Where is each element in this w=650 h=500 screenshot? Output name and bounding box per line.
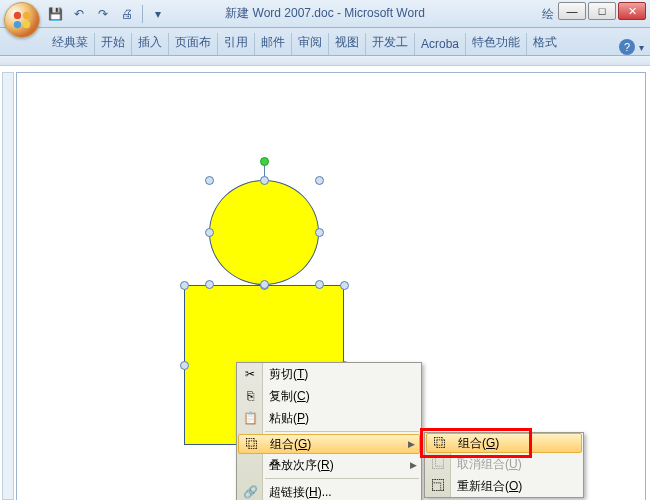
menu-label: 组合(G) <box>270 436 311 453</box>
ribbon-strip <box>0 56 650 66</box>
minimize-button[interactable]: — <box>558 2 586 20</box>
tab-references[interactable]: 引用 <box>218 30 254 55</box>
submenu-item-regroup[interactable]: ⿹ 重新组合(O) <box>425 475 583 497</box>
resize-handle-n[interactable] <box>260 176 269 185</box>
resize-handle-e[interactable] <box>315 228 324 237</box>
menu-label: 粘贴(P) <box>269 410 309 427</box>
submenu-item-group[interactable]: ⿻ 组合(G) <box>426 433 582 453</box>
regroup-icon: ⿹ <box>429 477 447 495</box>
menu-label: 组合(G) <box>458 435 499 452</box>
submenu-item-ungroup[interactable]: ⿺ 取消组合(U) <box>425 453 583 475</box>
svg-point-2 <box>14 21 21 28</box>
menu-item-cut[interactable]: ✂ 剪切(T) <box>237 363 421 385</box>
maximize-button[interactable]: □ <box>588 2 616 20</box>
menu-label: 取消组合(U) <box>457 456 522 473</box>
qat-dropdown-icon[interactable]: ▾ <box>149 5 167 23</box>
save-icon[interactable]: 💾 <box>46 5 64 23</box>
quick-access-toolbar: 💾 ↶ ↷ 🖨 ▾ <box>46 5 167 23</box>
menu-item-paste[interactable]: 📋 粘贴(P) <box>237 407 421 429</box>
contextual-tab-label: 绘 <box>542 6 554 23</box>
svg-point-0 <box>14 12 21 19</box>
chevron-right-icon: ▶ <box>408 439 415 449</box>
redo-icon[interactable]: ↷ <box>94 5 112 23</box>
help-icon[interactable]: ? <box>619 39 635 55</box>
resize-handle-s[interactable] <box>260 280 269 289</box>
svg-point-1 <box>23 12 30 19</box>
resize-handle-ne[interactable] <box>315 176 324 185</box>
resize-handle-w[interactable] <box>205 228 214 237</box>
group-icon: ⿻ <box>243 435 261 453</box>
tab-classic-menu[interactable]: 经典菜 <box>46 30 94 55</box>
left-ruler-margin <box>2 72 14 500</box>
ribbon-tabs: 经典菜 开始 插入 页面布 引用 邮件 审阅 视图 开发工 Acroba 特色功… <box>0 28 650 56</box>
menu-item-group[interactable]: ⿻ 组合(G) ▶ <box>238 434 420 454</box>
tab-developer[interactable]: 开发工 <box>366 30 414 55</box>
rotation-handle[interactable] <box>260 157 269 166</box>
tab-features[interactable]: 特色功能 <box>466 30 526 55</box>
window-controls: — □ ✕ <box>558 2 646 20</box>
group-icon: ⿻ <box>431 434 449 452</box>
menu-label: 剪切(T) <box>269 366 308 383</box>
office-button[interactable] <box>4 2 40 38</box>
scissors-icon: ✂ <box>241 365 259 383</box>
paste-icon: 📋 <box>241 409 259 427</box>
resize-handle-nw[interactable] <box>180 281 189 290</box>
tab-home[interactable]: 开始 <box>95 30 131 55</box>
qat-separator <box>142 5 143 23</box>
tab-format[interactable]: 格式 <box>527 30 563 55</box>
tab-view[interactable]: 视图 <box>329 30 365 55</box>
resize-handle-ne[interactable] <box>340 281 349 290</box>
tab-acrobat[interactable]: Acroba <box>415 33 465 55</box>
menu-item-copy[interactable]: ⎘ 复制(C) <box>237 385 421 407</box>
menu-item-hyperlink[interactable]: 🔗 超链接(H)... <box>237 481 421 500</box>
menu-label: 复制(C) <box>269 388 310 405</box>
link-icon: 🔗 <box>241 483 259 500</box>
chevron-right-icon: ▶ <box>410 460 417 470</box>
svg-point-3 <box>23 21 30 28</box>
tab-insert[interactable]: 插入 <box>132 30 168 55</box>
resize-handle-w[interactable] <box>180 361 189 370</box>
title-bar: 💾 ↶ ↷ 🖨 ▾ 新建 Word 2007.doc - Microsoft W… <box>0 0 650 28</box>
ribbon-minimize-icon[interactable]: ▾ <box>639 42 644 53</box>
order-icon <box>241 456 259 474</box>
menu-label: 重新组合(O) <box>457 478 522 495</box>
resize-handle-nw[interactable] <box>205 176 214 185</box>
close-button[interactable]: ✕ <box>618 2 646 20</box>
tab-review[interactable]: 审阅 <box>292 30 328 55</box>
resize-handle-sw[interactable] <box>205 280 214 289</box>
copy-icon: ⎘ <box>241 387 259 405</box>
menu-separator <box>265 431 419 432</box>
ribbon-help: ? ▾ <box>619 39 644 55</box>
context-menu: ✂ 剪切(T) ⎘ 复制(C) 📋 粘贴(P) ⿻ 组合(G) ▶ 叠放次序(R… <box>236 362 422 500</box>
print-icon[interactable]: 🖨 <box>118 5 136 23</box>
menu-item-order[interactable]: 叠放次序(R) ▶ <box>237 454 421 476</box>
menu-label: 叠放次序(R) <box>269 457 334 474</box>
ungroup-icon: ⿺ <box>429 455 447 473</box>
undo-icon[interactable]: ↶ <box>70 5 88 23</box>
tab-page-layout[interactable]: 页面布 <box>169 30 217 55</box>
submenu-group: ⿻ 组合(G) ⿺ 取消组合(U) ⿹ 重新组合(O) <box>424 432 584 498</box>
menu-separator <box>265 478 419 479</box>
resize-handle-se[interactable] <box>315 280 324 289</box>
tab-mailings[interactable]: 邮件 <box>255 30 291 55</box>
menu-label: 超链接(H)... <box>269 484 332 501</box>
shape-circle[interactable] <box>209 180 319 285</box>
